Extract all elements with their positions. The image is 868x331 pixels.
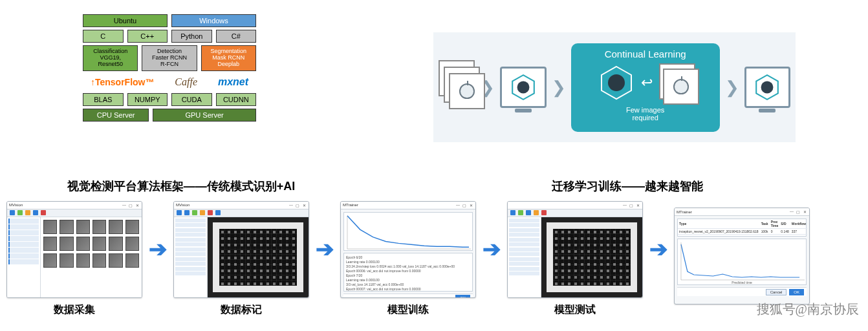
- svg-point-3: [608, 74, 625, 91]
- lang-c: C: [83, 30, 124, 43]
- row-os: Ubuntu Windows: [83, 14, 256, 27]
- lang-cpp: C++: [127, 30, 168, 43]
- training-loss-chart: [343, 212, 473, 251]
- lib-blas: BLAS: [83, 93, 124, 106]
- window-data-collection[interactable]: MVision —▢✕: [6, 201, 142, 298]
- arrow-right-icon: ❯: [552, 78, 566, 98]
- hexagon-brain-icon: [598, 65, 635, 101]
- hexagon-brain-icon: [754, 74, 781, 101]
- arrow-right-icon: ➔: [481, 236, 502, 281]
- window-model-training[interactable]: MTrainer —▢✕ Epoch 6/20Learning rate 0.0…: [340, 201, 476, 298]
- continual-learning-box: Continual Learning ↩ Few images required: [571, 43, 720, 132]
- row-libs: BLAS NUMPY CUDA CUDNN: [83, 93, 256, 106]
- watermark: 搜狐号@南京协辰: [757, 301, 859, 318]
- prediction-time-chart: Predicted time: [677, 239, 807, 285]
- row-algos: Classification VGG19, Resnet50 Detection…: [83, 45, 256, 71]
- step-model-testing: —▢✕ 模型测试: [507, 201, 643, 317]
- input-image-stack: [439, 60, 475, 115]
- tech-stack: Ubuntu Windows C C++ Python C# Classific…: [83, 14, 256, 122]
- confirm-button[interactable]: OK: [455, 295, 470, 298]
- algo-classification: Classification VGG19, Resnet50: [83, 45, 138, 71]
- algo-segmentation: Segmentation Mask RCNN Deeplab: [201, 45, 256, 71]
- logo-caffe: Caffe: [175, 76, 197, 88]
- list-sidebar[interactable]: [174, 217, 208, 297]
- step-label: 模型测试: [554, 303, 596, 317]
- row-langs: C C++ Python C#: [83, 30, 256, 43]
- row-servers: CPU Server GPU Server: [83, 109, 256, 122]
- arrow-right-icon: ➔: [147, 236, 168, 281]
- window-model-testing[interactable]: —▢✕: [507, 201, 643, 298]
- os-windows: Windows: [171, 14, 256, 27]
- step-results: MTrainer —▢✕ TypeTask Prec TimeS/D Workf…: [674, 208, 810, 310]
- window-data-annotation[interactable]: MVision —▢✕: [173, 201, 309, 298]
- minimize-icon[interactable]: —: [122, 203, 127, 208]
- image-canvas[interactable]: [541, 217, 642, 297]
- step-data-annotation: MVision —▢✕ 数据标记: [173, 201, 309, 317]
- step-label: 数据采集: [54, 303, 95, 317]
- list-sidebar[interactable]: [508, 217, 541, 297]
- window-results[interactable]: MTrainer —▢✕ TypeTask Prec TimeS/D Workf…: [674, 208, 810, 304]
- caption-right: 迁移学习训练——越来越智能: [492, 178, 763, 194]
- monitor-icon: [500, 67, 546, 108]
- continual-learning-diagram: ❯ ❯ Continual Learning ↩ Few images requ…: [433, 32, 796, 142]
- thumbnail-grid[interactable]: [41, 217, 142, 297]
- window-controls[interactable]: —▢✕: [122, 203, 140, 208]
- close-icon[interactable]: ✕: [135, 203, 140, 208]
- lang-csharp: C#: [216, 30, 257, 43]
- lib-cudnn: CUDNN: [216, 93, 257, 106]
- row-frameworks: ↑TensorFlow™ Caffe mxnet: [83, 74, 256, 91]
- lang-python: Python: [171, 30, 212, 43]
- model-table[interactable]: TypeTask Prec TimeS/D Workflow inception…: [677, 219, 807, 237]
- step-label: 模型训练: [387, 303, 429, 317]
- arrow-right-icon: ➔: [314, 236, 335, 281]
- svg-point-5: [761, 81, 774, 94]
- table-row: inception_resnet_v2_20190907_20190419.15…: [678, 229, 807, 235]
- server-cpu: CPU Server: [83, 109, 149, 122]
- server-gpu: GPU Server: [153, 109, 256, 122]
- x-axis-label: Predicted time: [732, 281, 752, 284]
- tree-sidebar[interactable]: [7, 217, 41, 297]
- image-canvas[interactable]: [208, 217, 309, 297]
- maximize-icon[interactable]: ▢: [128, 203, 133, 208]
- hexagon-brain-icon: [510, 74, 537, 101]
- lib-numpy: NUMPY: [127, 93, 168, 106]
- os-ubuntu: Ubuntu: [83, 14, 168, 27]
- ok-button[interactable]: OK: [789, 289, 804, 295]
- workflow: MVision —▢✕ 数据采集 ➔ MVision —▢✕: [6, 194, 862, 323]
- step-model-training: MTrainer —▢✕ Epoch 6/20Learning rate 0.0…: [340, 201, 476, 317]
- svg-point-1: [517, 81, 529, 94]
- arrow-right-icon: ❯: [725, 78, 739, 98]
- caption-left: 视觉检测平台算法框架——传统模式识别+AI: [45, 178, 317, 194]
- step-label: 数据标记: [221, 303, 262, 317]
- arrow-right-icon: ➔: [648, 236, 669, 281]
- lib-cuda: CUDA: [171, 93, 212, 106]
- cl-title: Continual Learning: [605, 48, 686, 59]
- cl-subtitle: Few images required: [626, 106, 664, 122]
- cancel-button[interactable]: Cancel: [766, 289, 787, 295]
- logo-tensorflow: ↑TensorFlow™: [91, 77, 155, 87]
- logo-mxnet: mxnet: [218, 76, 248, 88]
- training-log[interactable]: Epoch 6/20Learning rate 0.0001003/3 24.2…: [343, 253, 473, 292]
- monitor-icon: [744, 67, 790, 108]
- algo-detection: Detection Faster RCNN R-FCN: [142, 45, 197, 71]
- arrow-curve-left-icon: ↩: [641, 74, 653, 91]
- step-data-collection: MVision —▢✕ 数据采集: [6, 201, 142, 317]
